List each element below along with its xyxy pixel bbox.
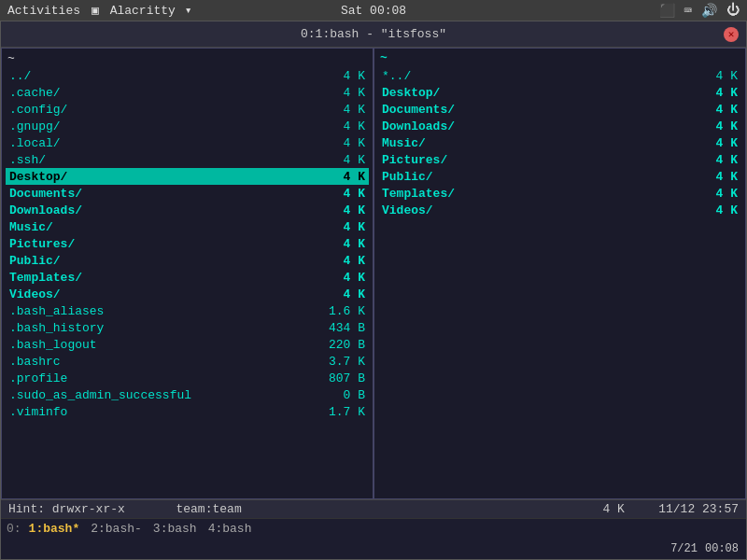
list-item[interactable]: Videos/4 K: [378, 202, 741, 218]
system-bar: Activities ▣ Alacritty ▾ Sat 00:08 ⬛ ⌨ 🔊…: [0, 0, 747, 21]
file-name-label: Videos/: [9, 287, 318, 301]
list-item[interactable]: .ssh/4 K: [6, 151, 369, 168]
bottom-time-row: 7/21 00:08: [1, 539, 746, 559]
list-item[interactable]: .sudo_as_admin_successful0 B: [6, 386, 369, 403]
file-name-label: Documents/: [382, 103, 691, 117]
status-right: 11/12 23:57: [658, 502, 739, 516]
power-icon[interactable]: ⏻: [726, 3, 740, 18]
tab-bar: 0:1:bash*2:bash-3:bash4:bash: [1, 518, 746, 539]
chevron-down-icon[interactable]: ▾: [185, 4, 192, 18]
file-size-label: 220 B: [318, 338, 365, 352]
file-size-label: 4 K: [318, 287, 365, 301]
activities-label[interactable]: Activities: [7, 4, 80, 18]
file-size-label: 4 K: [318, 237, 365, 251]
list-item[interactable]: .cache/4 K: [6, 84, 369, 101]
list-item[interactable]: Downloads/4 K: [378, 118, 741, 134]
title-bar: 0:1:bash - "itsfoss" ✕: [1, 21, 746, 48]
tab-1[interactable]: 1:bash*: [25, 522, 84, 536]
mc-area: ~ ../4 K.cache/4 K.config/4 K.gnupg/4 K.…: [1, 48, 746, 559]
list-item[interactable]: Documents/4 K: [6, 185, 369, 202]
keyboard-icon[interactable]: ⌨: [684, 3, 692, 19]
file-size-label: 3.7 K: [318, 355, 365, 369]
file-size-label: 4 K: [318, 69, 365, 83]
list-item[interactable]: Public/4 K: [378, 168, 741, 185]
file-size-label: 4 K: [691, 136, 738, 150]
file-size-label: 0 B: [318, 388, 365, 402]
file-name-label: Desktop/: [9, 170, 318, 184]
file-size-label: 4 K: [691, 103, 738, 117]
screen-icon[interactable]: ⬛: [659, 3, 675, 19]
list-item[interactable]: .bash_aliases1.6 K: [6, 302, 369, 319]
status-datetime: 11/12 23:57: [658, 502, 739, 516]
file-size-label: 4 K: [318, 86, 365, 100]
file-name-label: Downloads/: [382, 119, 691, 133]
list-item[interactable]: .bashrc3.7 K: [6, 353, 369, 370]
file-name-label: Templates/: [9, 271, 318, 285]
list-item[interactable]: .viminfo1.7 K: [6, 403, 369, 420]
list-item[interactable]: Templates/4 K: [378, 185, 741, 202]
file-name-label: .sudo_as_admin_successful: [9, 388, 318, 402]
list-item[interactable]: *../4 K: [378, 67, 741, 84]
file-name-label: .ssh/: [9, 153, 318, 167]
list-item[interactable]: Desktop/4 K: [6, 168, 369, 185]
list-item[interactable]: Downloads/4 K: [6, 202, 369, 218]
system-bar-left: Activities ▣ Alacritty ▾: [7, 3, 192, 18]
file-size-label: 1.6 K: [318, 304, 365, 318]
file-name-label: Music/: [382, 136, 691, 150]
file-name-label: Pictures/: [9, 237, 318, 251]
list-item[interactable]: .gnupg/4 K: [6, 118, 369, 134]
file-name-label: Pictures/: [382, 153, 691, 167]
status-bar: Hint: drwxr-xr-x team:team 4 K 11/12 23:…: [1, 499, 746, 518]
tab-2[interactable]: 2:bash-: [87, 522, 146, 536]
list-item[interactable]: .local/4 K: [6, 134, 369, 151]
list-item[interactable]: Music/4 K: [378, 134, 741, 151]
app-name[interactable]: Alacritty: [110, 4, 176, 18]
file-count: 7/21: [670, 542, 698, 555]
file-name-label: Public/: [9, 254, 318, 268]
list-item[interactable]: .bash_logout220 B: [6, 336, 369, 353]
file-size-label: 4 K: [318, 153, 365, 167]
file-size-label: 4 K: [318, 170, 365, 184]
list-item[interactable]: Videos/4 K: [6, 286, 369, 302]
file-name-label: .cache/: [9, 86, 318, 100]
app-icon: ▣: [92, 4, 99, 18]
right-file-list: *../4 KDesktop/4 KDocuments/4 KDownloads…: [378, 67, 741, 497]
file-size-label: 4 K: [318, 187, 365, 201]
permissions-label: drwxr-xr-x: [52, 502, 125, 516]
list-item[interactable]: Public/4 K: [6, 252, 369, 269]
close-button[interactable]: ✕: [724, 27, 739, 42]
file-size-label: 4 K: [318, 254, 365, 268]
file-size-label: 4 K: [318, 203, 365, 217]
file-size-label: 4 K: [691, 170, 738, 184]
file-size-label: 4 K: [691, 86, 738, 100]
list-item[interactable]: .config/4 K: [6, 101, 369, 118]
file-size-label: 4 K: [318, 103, 365, 117]
system-bar-center: Sat 00:08: [341, 4, 406, 18]
list-item[interactable]: Desktop/4 K: [378, 84, 741, 101]
tab-4[interactable]: 4:bash: [204, 522, 256, 536]
list-item[interactable]: .profile807 B: [6, 370, 369, 386]
panels: ~ ../4 K.cache/4 K.config/4 K.gnupg/4 K.…: [1, 48, 746, 499]
tab-session-num: 0:: [7, 522, 21, 536]
list-item[interactable]: Pictures/4 K: [6, 235, 369, 252]
status-left: Hint: drwxr-xr-x team:team: [8, 502, 569, 516]
bottom-combined: 0:1:bash*2:bash-3:bash4:bash 7/21 00:08: [1, 518, 746, 559]
tab-3[interactable]: 3:bash: [149, 522, 201, 536]
volume-icon[interactable]: 🔊: [701, 3, 717, 19]
list-item[interactable]: .bash_history434 B: [6, 319, 369, 336]
file-name-label: Music/: [9, 220, 318, 234]
file-name-label: Documents/: [9, 187, 318, 201]
file-size-label: 434 B: [318, 321, 365, 335]
hint-label: Hint:: [8, 502, 52, 516]
owner-label: team:team: [176, 502, 241, 516]
list-item[interactable]: Documents/4 K: [378, 101, 741, 118]
file-name-label: Downloads/: [9, 203, 318, 217]
list-item[interactable]: Pictures/4 K: [378, 151, 741, 168]
file-name-label: .profile: [9, 371, 318, 385]
list-item[interactable]: Music/4 K: [6, 218, 369, 235]
file-name-label: .bash_logout: [9, 338, 318, 352]
list-item[interactable]: Templates/4 K: [6, 269, 369, 286]
file-name-label: Desktop/: [382, 86, 691, 100]
file-size-label: 807 B: [318, 371, 365, 385]
list-item[interactable]: ../4 K: [6, 67, 369, 84]
